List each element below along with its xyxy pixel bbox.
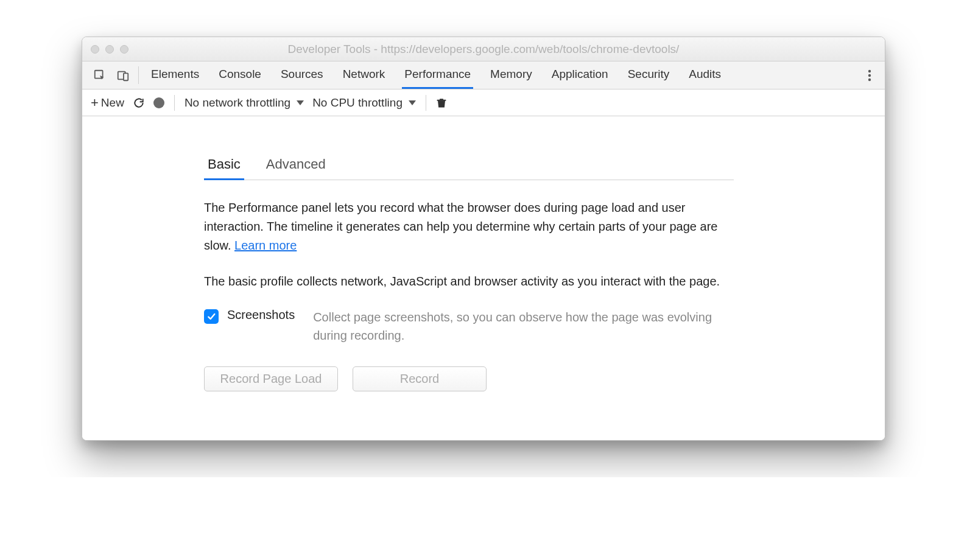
cpu-throttle-label: No CPU throttling — [312, 96, 403, 110]
divider — [426, 95, 426, 111]
network-throttle-dropdown[interactable]: No network throttling — [185, 96, 304, 110]
cpu-throttle-dropdown[interactable]: No CPU throttling — [312, 96, 416, 110]
reload-button[interactable] — [133, 97, 145, 109]
screenshots-checkbox[interactable] — [204, 309, 219, 324]
chevron-down-icon — [409, 100, 416, 105]
subtab-basic[interactable]: Basic — [204, 153, 244, 180]
devtools-window: Developer Tools - https://developers.goo… — [82, 37, 885, 441]
new-label: New — [101, 96, 124, 110]
new-recording-button[interactable]: + New — [91, 96, 124, 110]
maximize-window-button[interactable] — [120, 45, 128, 54]
action-buttons: Record Page Load Record — [204, 366, 836, 391]
tab-sources[interactable]: Sources — [278, 61, 326, 89]
tab-performance[interactable]: Performance — [402, 61, 473, 89]
close-window-button[interactable] — [91, 45, 99, 54]
record-button[interactable] — [153, 97, 164, 108]
svg-rect-7 — [437, 99, 446, 100]
inspect-element-icon[interactable] — [88, 61, 111, 89]
screenshots-desc: Collect page screenshots, so you can obs… — [313, 308, 734, 345]
divider — [174, 95, 175, 111]
profile-subtabs: Basic Advanced — [204, 153, 734, 180]
main-tabs: Elements Console Sources Network Perform… — [149, 61, 723, 89]
screenshots-label: Screenshots — [227, 308, 295, 322]
record-button-large[interactable]: Record — [353, 366, 487, 391]
more-menu-icon[interactable] — [860, 61, 879, 89]
chevron-down-icon — [297, 100, 304, 105]
network-throttle-label: No network throttling — [185, 96, 290, 110]
plus-icon: + — [91, 96, 99, 110]
screenshots-option: Screenshots Collect page screenshots, so… — [204, 308, 734, 345]
subtab-advanced[interactable]: Advanced — [262, 153, 329, 180]
performance-toolbar: + New No network throttling No CPU throt… — [82, 89, 885, 116]
tab-network[interactable]: Network — [340, 61, 388, 89]
tab-elements[interactable]: Elements — [149, 61, 202, 89]
window-title: Developer Tools - https://developers.goo… — [90, 43, 877, 56]
learn-more-link[interactable]: Learn more — [234, 239, 297, 252]
svg-point-3 — [868, 69, 871, 72]
window-controls — [91, 45, 128, 54]
device-toolbar-icon[interactable] — [111, 61, 135, 89]
tab-audits[interactable]: Audits — [686, 61, 723, 89]
tab-memory[interactable]: Memory — [488, 61, 535, 89]
tab-application[interactable]: Application — [549, 61, 611, 89]
tab-security[interactable]: Security — [625, 61, 672, 89]
svg-point-4 — [868, 74, 871, 76]
svg-point-5 — [868, 78, 871, 80]
minimize-window-button[interactable] — [105, 45, 114, 54]
clear-button[interactable] — [436, 97, 447, 109]
divider — [138, 66, 139, 84]
panel-description-2: The basic profile collects network, Java… — [204, 272, 734, 291]
check-icon — [206, 312, 216, 321]
svg-rect-2 — [124, 73, 128, 80]
panel-description-1: The Performance panel lets you record wh… — [204, 198, 734, 255]
record-page-load-button[interactable]: Record Page Load — [204, 366, 338, 391]
main-tabbar: Elements Console Sources Network Perform… — [82, 61, 885, 89]
performance-panel: Basic Advanced The Performance panel let… — [82, 116, 885, 440]
titlebar: Developer Tools - https://developers.goo… — [82, 37, 885, 61]
tab-console[interactable]: Console — [216, 61, 264, 89]
